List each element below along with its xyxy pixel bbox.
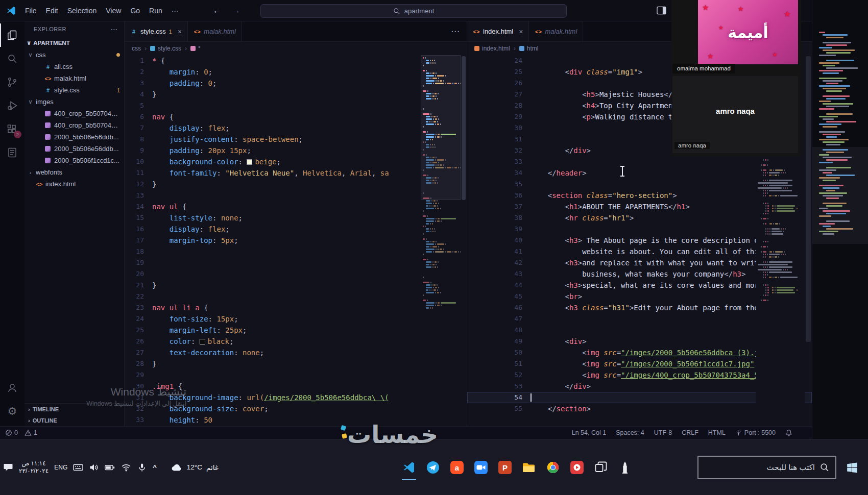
minimap-line bbox=[758, 277, 804, 278]
side-panel-slider[interactable] bbox=[812, 147, 868, 244]
layout-toggle-icon[interactable] bbox=[657, 6, 666, 15]
tree-item-400crop5b507043[interactable]: 400_crop_5b507043... bbox=[25, 108, 124, 119]
breadcrumb-item-indexhtml[interactable]: index.html bbox=[474, 45, 510, 52]
sidebar-more-icon[interactable]: ⋯ bbox=[111, 25, 118, 33]
close-icon[interactable]: × bbox=[178, 28, 182, 36]
menu-go[interactable]: Go bbox=[126, 4, 144, 17]
tree-item-20005b506e56ddb[interactable]: 2000_5b506e56ddb... bbox=[25, 143, 124, 155]
problems-errors[interactable]: 0 bbox=[5, 429, 18, 436]
volume-icon[interactable] bbox=[89, 462, 99, 473]
taskbar-weather[interactable]: 12°C غائم bbox=[171, 462, 219, 473]
taskbar-icon-zoom[interactable] bbox=[470, 457, 492, 478]
side-panel-line bbox=[819, 39, 862, 41]
tab-style.css[interactable]: #style.css1× bbox=[125, 21, 188, 41]
explorer-icon[interactable] bbox=[0, 23, 25, 47]
participant1-video[interactable]: ★ ★ ★ ★ ★ ★ أميمة bbox=[698, 0, 798, 64]
breadcrumb-item-stylecss[interactable]: style.css bbox=[150, 45, 181, 52]
editor-actions-more-icon[interactable]: ⋯ bbox=[444, 21, 467, 41]
menu-file[interactable]: File bbox=[20, 4, 41, 17]
input-language[interactable]: ENG bbox=[54, 464, 67, 471]
forward-arrow[interactable]: → bbox=[232, 6, 240, 16]
minimap-line bbox=[423, 218, 460, 219]
tree-item-allcss[interactable]: #all.css bbox=[25, 61, 124, 72]
encoding[interactable]: UTF-8 bbox=[654, 429, 672, 436]
code-text: nav ul li a { bbox=[152, 302, 467, 313]
breadcrumb-item-[interactable]: * bbox=[190, 45, 201, 52]
minimap-line bbox=[423, 226, 460, 227]
run-debug-icon[interactable] bbox=[0, 94, 25, 117]
minimap-line bbox=[758, 300, 804, 301]
line-number: 25 bbox=[467, 66, 531, 78]
taskbar-icon-app-a[interactable]: a bbox=[446, 457, 468, 478]
account-icon[interactable] bbox=[0, 376, 25, 400]
tree-item-indexhtml[interactable]: <>index.html bbox=[25, 178, 124, 190]
workspace-section-header[interactable]: ∨ APARTMENT bbox=[25, 37, 124, 49]
taskbar-icon-explorer[interactable] bbox=[518, 457, 540, 478]
eol[interactable]: CRLF bbox=[682, 429, 698, 436]
language-mode[interactable]: HTML bbox=[708, 429, 726, 436]
taskbar-icon-media[interactable] bbox=[566, 457, 588, 478]
tree-item-malakhtml[interactable]: <>malak.html bbox=[25, 72, 124, 84]
taskbar-search[interactable]: اكتب هنا للبحث bbox=[697, 456, 836, 479]
source-control-icon[interactable] bbox=[0, 70, 25, 94]
hidden-icons-chevron[interactable]: ^ bbox=[153, 463, 157, 471]
settings-gear-icon[interactable]: ⚙ bbox=[0, 400, 25, 423]
tree-item-imges[interactable]: ∨imges bbox=[25, 96, 124, 108]
command-center-search[interactable]: apartment bbox=[260, 4, 567, 18]
wifi-icon[interactable] bbox=[121, 462, 131, 473]
vertical-scrollbar[interactable] bbox=[805, 55, 812, 426]
tab-malak.html[interactable]: <>malak.html bbox=[188, 21, 242, 41]
breadcrumb-item-html[interactable]: html bbox=[519, 45, 539, 52]
taskbar-icon-vscode[interactable] bbox=[398, 457, 420, 478]
line-number: 4 bbox=[125, 89, 152, 100]
outline-section[interactable]: › OUTLINE bbox=[25, 415, 124, 426]
live-server-port[interactable]: Port : 5500 bbox=[735, 429, 776, 436]
taskbar-icon-chrome[interactable] bbox=[542, 457, 564, 478]
menu-more-icon[interactable]: ⋯ bbox=[167, 4, 183, 17]
notes-panel-icon[interactable] bbox=[0, 141, 25, 164]
menu-edit[interactable]: Edit bbox=[41, 4, 63, 17]
tree-item-css[interactable]: ∨css bbox=[25, 49, 124, 61]
minimap-line bbox=[423, 289, 460, 291]
taskbar-clock[interactable]: ١١:١٤ ص ٢٣/٠٢/٢٠٢٤ bbox=[19, 460, 49, 475]
battery-icon[interactable] bbox=[105, 462, 115, 473]
search-sidebar-icon[interactable] bbox=[0, 47, 25, 70]
taskbar-icon-taskview[interactable] bbox=[590, 457, 612, 478]
sidebar-title: EXPLORER bbox=[34, 26, 66, 32]
menu-view[interactable]: View bbox=[101, 4, 126, 17]
extensions-icon[interactable]: 2 bbox=[0, 117, 25, 141]
start-button[interactable] bbox=[839, 456, 865, 479]
minimap-line bbox=[423, 284, 460, 286]
tree-item-20005b506e56ddb[interactable]: 2000_5b506e56ddb... bbox=[25, 131, 124, 143]
tree-item-stylecss[interactable]: #style.css1 bbox=[25, 84, 124, 96]
vertical-scrollbar[interactable] bbox=[461, 55, 467, 426]
tree-item-400crop5b507043[interactable]: 400_crop_5b507043... bbox=[25, 119, 124, 131]
back-arrow[interactable]: ← bbox=[213, 6, 222, 16]
taskbar-icon-telegram[interactable] bbox=[422, 457, 444, 478]
tree-item-webfonts[interactable]: ›webfonts bbox=[25, 166, 124, 178]
taskbar-icon-tower[interactable] bbox=[614, 457, 636, 478]
close-icon[interactable]: × bbox=[519, 28, 523, 36]
code-text: nav ul { bbox=[152, 201, 467, 212]
action-center-icon[interactable] bbox=[3, 462, 13, 473]
keyboard-icon[interactable] bbox=[73, 462, 83, 473]
side-panel-line bbox=[819, 67, 862, 69]
minimap-line bbox=[423, 154, 460, 156]
participant2-video[interactable]: amro naqa amro naqa bbox=[672, 76, 798, 153]
chevron-down-icon: ∨ bbox=[28, 52, 33, 58]
tree-item-20005b506f1ccd1c[interactable]: 2000_5b506f1ccd1c... bbox=[25, 155, 124, 166]
cursor-position[interactable]: Ln 54, Col 1 bbox=[572, 429, 606, 436]
menu-selection[interactable]: Selection bbox=[63, 4, 102, 17]
problems-warnings[interactable]: 1 bbox=[25, 429, 37, 436]
minimap-line bbox=[758, 228, 804, 230]
menu-run[interactable]: Run bbox=[144, 4, 167, 17]
indentation[interactable]: Spaces: 4 bbox=[616, 429, 644, 436]
taskbar-icon-powerpoint[interactable]: P bbox=[494, 457, 516, 478]
tab-index.html[interactable]: <>index.html× bbox=[467, 21, 529, 41]
notifications-bell-icon[interactable] bbox=[785, 429, 792, 436]
code-area-css[interactable]: 1* {2 margin: 0;3 padding: 0;4}56nav {7 … bbox=[125, 55, 467, 426]
breadcrumb-item-css[interactable]: css bbox=[132, 45, 141, 52]
microphone-icon[interactable] bbox=[137, 462, 147, 473]
tab-malak.html[interactable]: <>malak.html bbox=[529, 21, 583, 41]
minimap[interactable] bbox=[421, 55, 461, 426]
